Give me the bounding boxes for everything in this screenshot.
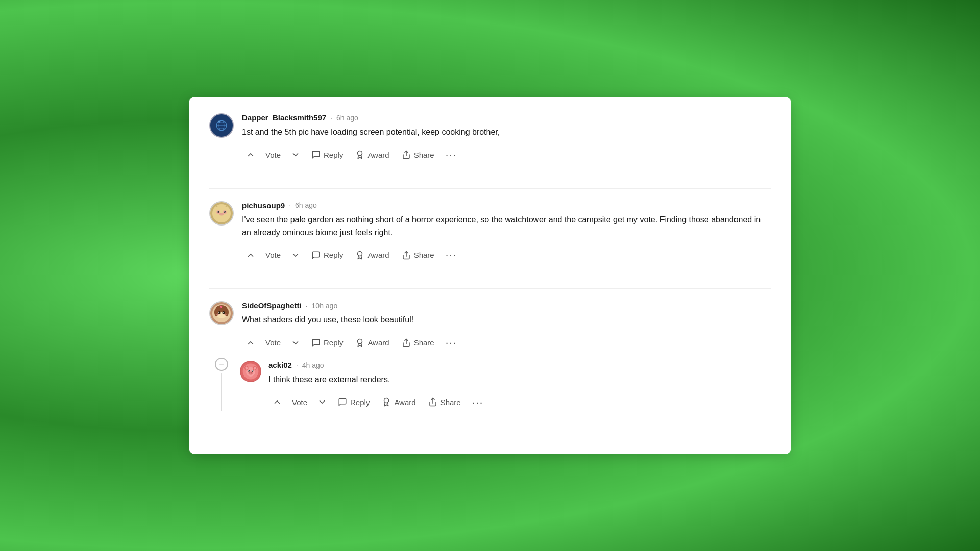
svg-point-8 [218, 121, 219, 122]
vote-button[interactable]: Vote [260, 147, 286, 162]
vote-button[interactable]: Vote [287, 395, 312, 410]
share-label: Share [414, 251, 434, 259]
thread-line [221, 373, 222, 411]
comment-body: Dapper_Blacksmith597 · 6h ago 1st and th… [242, 113, 771, 164]
username: Dapper_Blacksmith597 [242, 113, 326, 122]
share-button[interactable]: Share [397, 247, 439, 263]
username: acki02 [268, 361, 292, 369]
vote-group: Vote [242, 335, 304, 350]
award-label: Award [368, 338, 389, 347]
collapse-button[interactable]: − [215, 358, 228, 371]
svg-point-17 [217, 211, 218, 212]
comment-text: I've seen the pale garden as nothing sho… [242, 214, 771, 239]
svg-point-18 [224, 211, 225, 212]
reply-button[interactable]: Reply [306, 335, 348, 350]
collapse-area: − [209, 357, 234, 411]
vote-label: Vote [265, 338, 281, 347]
reply-label: Reply [324, 151, 343, 159]
reply-button[interactable]: Reply [333, 394, 375, 410]
avatar: ♥ [209, 301, 234, 325]
more-icon: ··· [472, 396, 484, 408]
reply-button[interactable]: Reply [306, 147, 348, 162]
svg-point-34 [216, 314, 219, 315]
svg-text:♥: ♥ [220, 305, 223, 309]
collapse-icon: − [219, 360, 224, 369]
svg-point-29 [225, 308, 229, 316]
comments-card: Dapper_Blacksmith597 · 6h ago 1st and th… [189, 97, 791, 454]
reply-label: Reply [324, 251, 343, 259]
downvote-button[interactable] [287, 147, 304, 162]
upvote-button[interactable] [242, 335, 259, 350]
comment-body: acki02 · 4h ago I think these are extern… [268, 361, 771, 411]
more-icon: ··· [446, 149, 457, 161]
vote-label: Vote [265, 251, 281, 259]
reply-label: Reply [350, 398, 370, 407]
more-icon: ··· [446, 337, 457, 348]
share-button[interactable]: Share [423, 394, 466, 410]
timestamp: 10h ago [312, 302, 338, 310]
nested-replies: − [209, 357, 771, 411]
more-icon: ··· [446, 249, 457, 261]
svg-point-35 [224, 314, 227, 315]
share-button[interactable]: Share [397, 147, 439, 162]
award-label: Award [368, 151, 389, 159]
share-button[interactable]: Share [397, 335, 439, 350]
reply-button[interactable]: Reply [306, 247, 348, 263]
action-bar: Vote Reply Award Share [242, 246, 771, 264]
reply-item: acki02 · 4h ago I think these are extern… [240, 361, 771, 411]
vote-group: Vote [242, 147, 304, 162]
svg-point-48 [252, 370, 253, 371]
more-button[interactable]: ··· [442, 246, 461, 264]
downvote-button[interactable] [313, 394, 331, 410]
comment-header: Dapper_Blacksmith597 · 6h ago [242, 113, 771, 122]
share-label: Share [414, 151, 434, 159]
svg-point-47 [248, 370, 249, 371]
timestamp: 4h ago [302, 361, 324, 369]
comment-text: What shaders did you use, these look bea… [242, 314, 771, 327]
timestamp: 6h ago [295, 201, 317, 209]
svg-point-43 [249, 372, 251, 374]
award-button[interactable]: Award [350, 147, 394, 162]
award-button[interactable]: Award [350, 247, 394, 263]
comment-item: pichusoup9 · 6h ago I've seen the pale g… [209, 201, 771, 274]
reply-label: Reply [324, 338, 343, 347]
share-label: Share [440, 398, 461, 407]
vote-label: Vote [265, 151, 281, 159]
upvote-button[interactable] [242, 147, 259, 162]
svg-point-32 [218, 312, 219, 313]
action-bar: Vote Reply Award [242, 334, 771, 352]
award-button[interactable]: Award [377, 394, 421, 410]
svg-point-28 [214, 308, 218, 316]
comment-header: SideOfSpaghetti · 10h ago [242, 301, 771, 310]
svg-point-7 [218, 121, 220, 123]
comment-text: I think these are external renders. [268, 373, 771, 386]
comment-item: Dapper_Blacksmith597 · 6h ago 1st and th… [209, 113, 771, 174]
vote-group: Vote [268, 394, 331, 410]
comment-body: pichusoup9 · 6h ago I've seen the pale g… [242, 201, 771, 264]
vote-button[interactable]: Vote [260, 335, 286, 350]
action-bar: Vote Reply Award Share [242, 146, 771, 164]
timestamp: 6h ago [336, 114, 358, 122]
svg-point-46 [252, 370, 254, 372]
share-label: Share [414, 338, 434, 347]
downvote-button[interactable] [287, 335, 304, 350]
more-button[interactable]: ··· [442, 334, 461, 352]
comment-header: acki02 · 4h ago [268, 361, 771, 369]
more-button[interactable]: ··· [442, 146, 461, 164]
more-button[interactable]: ··· [468, 393, 488, 411]
svg-point-44 [251, 372, 252, 374]
downvote-button[interactable] [287, 247, 304, 263]
upvote-button[interactable] [242, 247, 259, 263]
vote-group: Vote [242, 247, 304, 263]
comment-text: 1st and the 5th pic have loading screen … [242, 126, 771, 139]
upvote-button[interactable] [268, 394, 286, 410]
svg-point-45 [248, 370, 250, 372]
svg-point-19 [219, 213, 224, 215]
vote-button[interactable]: Vote [260, 247, 286, 262]
svg-point-42 [248, 372, 253, 375]
svg-point-33 [223, 312, 224, 313]
award-button[interactable]: Award [350, 335, 394, 350]
comment-item: ♥ SideOfSpaghetti · 10h ago What shaders… [209, 301, 771, 421]
avatar [209, 113, 234, 138]
avatar [240, 361, 261, 382]
